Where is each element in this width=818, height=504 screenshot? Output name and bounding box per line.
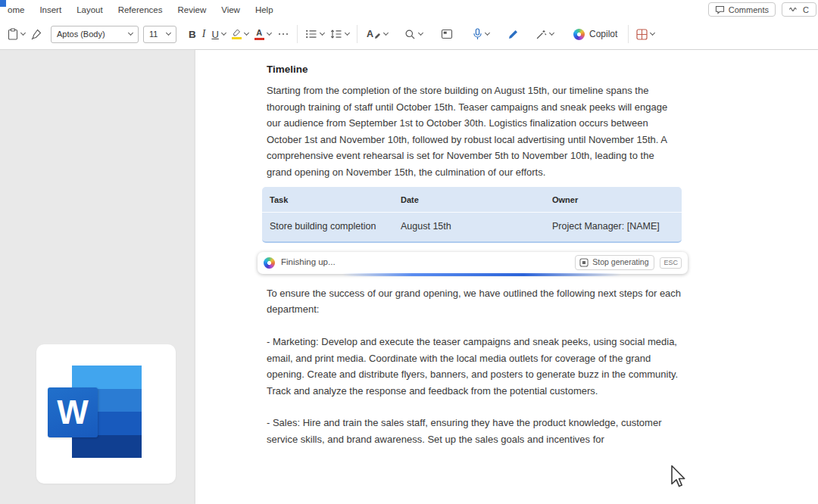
catch-up-label: C <box>803 5 809 14</box>
highlighter-icon <box>232 29 241 36</box>
underline-label: U <box>211 29 218 40</box>
chevron-down-icon <box>418 30 423 36</box>
word-logo-card: W <box>36 344 176 484</box>
copilot-generating-bar: Finishing up... Stop generating ESC <box>258 252 688 274</box>
styles-pen-icon <box>374 33 381 39</box>
find-button[interactable] <box>401 24 426 44</box>
comments-button[interactable]: Comments <box>708 2 776 17</box>
table-cell-owner[interactable]: Project Manager: [NAME] <box>545 213 682 241</box>
table-header-row: Task Date Owner <box>262 187 682 213</box>
chevron-down-icon <box>383 30 389 36</box>
menu-bar: ome Insert Layout References Review View… <box>0 0 818 19</box>
underline-button[interactable]: U <box>208 24 228 44</box>
doc-paragraph-next-steps[interactable]: To ensure the success of our grand openi… <box>267 285 682 318</box>
ribbon-toolbar: Aptos (Body) 11 B I U A <box>0 19 818 50</box>
cursor-pointer <box>670 465 686 489</box>
catch-up-button[interactable]: C <box>782 2 816 17</box>
document-content[interactable]: Timeline Starting from the completion of… <box>267 50 682 454</box>
copilot-label: Copilot <box>589 29 617 39</box>
copilot-button[interactable]: Copilot <box>570 24 620 44</box>
more-icon <box>277 33 289 35</box>
app-accent <box>0 0 6 7</box>
font-name-select[interactable]: Aptos (Body) <box>51 26 139 43</box>
copilot-logo <box>264 257 275 269</box>
table-header-owner[interactable]: Owner <box>545 187 682 213</box>
comments-label: Comments <box>729 5 769 14</box>
table-header-date[interactable]: Date <box>393 187 545 213</box>
word-logo-letter: W <box>57 396 89 429</box>
italic-button[interactable]: I <box>199 24 209 44</box>
menu-references[interactable]: References <box>111 0 170 19</box>
bullet-list-icon <box>305 29 317 39</box>
format-painter-button[interactable] <box>28 24 45 44</box>
dictate-mic-icon <box>473 28 482 40</box>
chevron-down-icon <box>20 30 26 36</box>
font-color-button[interactable]: A <box>251 24 274 44</box>
line-spacing-icon <box>330 29 342 39</box>
bold-button[interactable]: B <box>186 24 199 44</box>
chevron-down-icon <box>267 30 272 36</box>
document-page[interactable]: Timeline Starting from the completion of… <box>195 50 818 504</box>
chevron-down-icon <box>221 30 226 36</box>
addins-button[interactable] <box>633 24 657 44</box>
chevron-down-icon <box>345 30 350 36</box>
copilot-logo <box>573 29 585 40</box>
chevron-down-icon <box>128 30 133 36</box>
table-cell-date[interactable]: August 15th <box>393 213 545 241</box>
font-size-select[interactable]: 11 <box>143 26 176 43</box>
font-color-letter: A <box>256 29 262 37</box>
chevron-down-icon <box>485 30 490 36</box>
highlight-color-button[interactable] <box>229 24 251 44</box>
table-row: Store building completion August 15th Pr… <box>262 213 682 241</box>
search-icon <box>404 29 416 40</box>
chevron-down-icon <box>166 30 171 36</box>
editor-pen-icon <box>507 29 519 40</box>
styles-button[interactable]: A <box>364 24 391 44</box>
menu-help[interactable]: Help <box>248 0 281 19</box>
chevron-down-icon <box>320 30 325 36</box>
magic-wand-icon <box>535 29 547 40</box>
chevron-down-icon <box>650 30 655 36</box>
word-logo: W <box>48 387 98 437</box>
table-icon <box>441 29 453 39</box>
document-canvas: Timeline Starting from the completion of… <box>0 50 818 504</box>
bullets-button[interactable] <box>302 24 327 44</box>
stop-generating-label: Stop generating <box>592 254 648 271</box>
stop-generating-button[interactable]: Stop generating <box>575 255 654 270</box>
font-name-value: Aptos (Body) <box>57 30 105 39</box>
editor-button[interactable] <box>504 24 522 44</box>
menu-layout[interactable]: Layout <box>69 0 111 19</box>
dictate-button[interactable] <box>470 24 492 44</box>
doc-table[interactable]: Task Date Owner Store building completio… <box>262 187 682 243</box>
divider <box>357 25 357 43</box>
line-spacing-button[interactable] <box>327 24 352 44</box>
more-font-options-button[interactable] <box>274 24 292 44</box>
table-header-task[interactable]: Task <box>262 187 393 213</box>
doc-paragraph-sales[interactable]: - Sales: Hire and train the sales staff,… <box>267 415 682 447</box>
stop-icon <box>579 258 589 267</box>
catch-up-icon <box>788 5 799 14</box>
menu-view[interactable]: View <box>214 0 248 19</box>
divider <box>628 25 629 43</box>
esc-key-hint: ESC <box>660 257 682 269</box>
divider <box>297 25 298 43</box>
format-painter-icon <box>31 29 42 40</box>
chevron-down-icon <box>244 30 249 36</box>
doc-heading-timeline[interactable]: Timeline <box>267 64 682 75</box>
copilot-status-text: Finishing up... <box>281 254 336 271</box>
font-color-swatch <box>254 38 264 40</box>
clipboard-paste-icon <box>8 28 18 40</box>
table-cell-task[interactable]: Store building completion <box>262 213 393 241</box>
menu-review[interactable]: Review <box>170 0 214 19</box>
auto-format-button[interactable] <box>532 24 557 44</box>
generation-progress-shimmer <box>342 273 621 276</box>
comments-bubble-icon <box>715 5 725 14</box>
doc-paragraph-timeline[interactable]: Starting from the completion of the stor… <box>267 82 682 181</box>
table-button[interactable] <box>438 24 456 44</box>
paste-button[interactable] <box>5 24 28 44</box>
highlight-color-swatch <box>232 37 242 39</box>
styles-letter: A <box>367 29 373 39</box>
chevron-down-icon <box>549 30 554 36</box>
menu-insert[interactable]: Insert <box>32 0 69 19</box>
doc-paragraph-marketing[interactable]: - Marketing: Develop and execute the tea… <box>267 334 682 399</box>
